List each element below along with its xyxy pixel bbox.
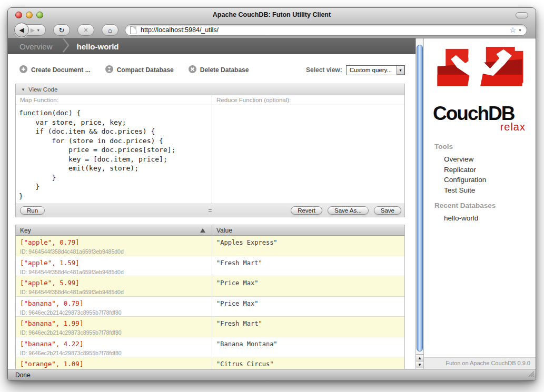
reduce-function-editor[interactable]: [212, 105, 404, 112]
select-dropdown-button[interactable]: ▼: [396, 66, 404, 75]
reduce-function-label: Reduce Function (optional):: [212, 95, 404, 105]
stop-icon: ×: [84, 26, 88, 34]
map-function-editor[interactable]: function(doc) { var store, price, key; i…: [16, 105, 212, 204]
results-table: Key Value ["apple", 0.79] ID: 9464544f35…: [15, 225, 405, 369]
database-toolbar: Create Document ... Compact Database Del…: [19, 63, 405, 77]
scroll-up-button[interactable]: ▲: [416, 354, 423, 361]
row-doc-id: ID: 9646ec2b214c29873c8955b7f78fdf80: [20, 329, 207, 336]
sidebar-nav: Tools Overview Replicator Configuration …: [424, 143, 536, 224]
stop-button[interactable]: ×: [77, 24, 94, 36]
row-key-link[interactable]: ["orange", 1.09]: [20, 360, 207, 368]
vertical-scrollbar[interactable]: ▲ ▼: [416, 38, 424, 369]
logo-wordmark: CouchDB: [433, 104, 527, 123]
zoom-window-button[interactable]: [36, 12, 43, 18]
sidebar: CouchDB relax Tools Overview Replicator …: [424, 38, 536, 369]
splitter-handle[interactable]: =: [208, 207, 212, 214]
home-button[interactable]: ⌂: [102, 24, 118, 36]
table-row: ["banana", 0.79] ID: 9646ec2b214c29873c8…: [16, 297, 404, 317]
row-doc-id: ID: 9646ec2b214c29873c8955b7f78fdf80: [20, 309, 207, 316]
x-circle-icon: [189, 65, 196, 75]
forward-icon: ▶: [31, 27, 35, 34]
row-value: "Apples Express": [212, 236, 404, 256]
delete-database-button[interactable]: Delete Database: [189, 65, 249, 75]
map-function-panel: Map Function: function(doc) { var store,…: [16, 95, 212, 204]
view-select-value: Custom query...: [347, 66, 396, 75]
main-area: Overview hello-world Create Document ...: [8, 38, 416, 369]
row-key-link[interactable]: ["apple", 1.59]: [20, 259, 207, 267]
status-bar: Done: [8, 369, 536, 380]
view-code-toggle[interactable]: ▼ View Code: [16, 84, 404, 95]
bookmark-dropdown-icon[interactable]: ▼: [518, 28, 522, 32]
reload-icon: ↻: [59, 26, 65, 34]
chevron-down-icon: ▼: [399, 68, 402, 72]
row-key-link[interactable]: ["banana", 4.22]: [20, 340, 207, 348]
close-window-button[interactable]: [15, 12, 22, 18]
history-dropdown-icon: ▼: [36, 28, 40, 32]
create-document-button[interactable]: Create Document ...: [19, 65, 91, 75]
table-row: ["apple", 0.79] ID: 9464544f358d4c481a65…: [16, 236, 404, 256]
futon-version-footer: Futon on Apache CouchDB 0.9.0: [424, 357, 536, 369]
scroll-down-button[interactable]: ▼: [416, 361, 423, 368]
sidebar-item-hello-world[interactable]: hello-world: [424, 213, 536, 224]
back-icon: ◀: [19, 26, 24, 34]
table-row: ["orange", 1.09] "Citrus Circus": [16, 357, 404, 369]
recent-databases-section-title: Recent Databases: [434, 202, 536, 209]
row-key-link[interactable]: ["banana", 0.79]: [20, 299, 207, 307]
address-bar[interactable]: http://localhost:5984/_utils/ ☆ ▼: [125, 24, 527, 36]
scrollbar-thumb[interactable]: [417, 45, 423, 351]
sidebar-item-replicator[interactable]: Replicator: [424, 165, 536, 175]
table-row: ["apple", 5.99] ID: 9464544f358d4c481a65…: [16, 276, 404, 297]
reduce-function-panel: Reduce Function (optional):: [212, 95, 404, 204]
view-code-panel: ▼ View Code Map Function: function(doc) …: [15, 84, 405, 217]
back-button[interactable]: ◀: [14, 23, 29, 37]
sidebar-item-test-suite[interactable]: Test Suite: [424, 185, 536, 196]
row-doc-id: ID: 9464544f358d4c481a659f3eb9485d0d: [20, 248, 207, 255]
browser-window: Apache CouchDB: Futon Utility Client ◀ ▶…: [7, 7, 536, 381]
key-column-header[interactable]: Key: [16, 225, 212, 235]
row-key-link[interactable]: ["apple", 0.79]: [20, 238, 207, 246]
row-value: "Banana Montana": [212, 337, 404, 357]
couch-graphic-icon: [433, 46, 527, 100]
create-document-label: Create Document ...: [31, 66, 91, 74]
revert-button[interactable]: Revert: [291, 206, 322, 215]
value-column-header[interactable]: Value: [212, 225, 404, 235]
resize-grip[interactable]: [528, 370, 535, 379]
compact-database-button[interactable]: Compact Database: [105, 65, 174, 75]
sidebar-item-configuration[interactable]: Configuration: [424, 175, 536, 185]
toolbar-toggle-pill[interactable]: [516, 12, 528, 18]
compact-circle-icon: [105, 65, 113, 75]
table-row: ["banana", 4.22] ID: 9646ec2b214c29873c8…: [16, 337, 404, 358]
row-value: "Fresh Mart": [212, 256, 404, 276]
browser-toolbar: ◀ ▶ ▼ ↻ × ⌂ http://localhost:5984/_utils…: [14, 22, 527, 38]
row-value: "Citrus Circus": [212, 357, 404, 369]
select-view-label: Select view:: [306, 66, 342, 74]
view-code-footer: Run = Revert Save As... Save: [16, 204, 404, 217]
save-button[interactable]: Save: [374, 206, 401, 215]
couchdb-logo: CouchDB relax: [433, 46, 527, 133]
row-key-link[interactable]: ["apple", 5.99]: [20, 279, 207, 287]
row-value: "Fresh Mart": [212, 317, 404, 337]
row-key-link[interactable]: ["banana", 1.99]: [20, 319, 207, 327]
map-function-label: Map Function:: [16, 95, 212, 105]
reload-button[interactable]: ↻: [53, 24, 70, 36]
arrow-down-icon: ▼: [418, 363, 422, 367]
url-field[interactable]: http://localhost:5984/_utils/: [141, 26, 510, 34]
sidebar-item-overview[interactable]: Overview: [424, 154, 536, 165]
compact-database-label: Compact Database: [117, 66, 174, 74]
delete-database-label: Delete Database: [200, 66, 249, 74]
row-value: "Price Max": [212, 297, 404, 317]
window-controls: [15, 12, 43, 18]
run-button[interactable]: Run: [20, 206, 45, 215]
minimize-window-button[interactable]: [26, 12, 33, 18]
bookmark-star-icon[interactable]: ☆: [510, 26, 517, 34]
titlebar[interactable]: Apache CouchDB: Futon Utility Client: [8, 8, 536, 22]
sort-ascending-icon: [200, 228, 205, 233]
table-row: ["banana", 1.99] ID: 9646ec2b214c29873c8…: [16, 317, 404, 337]
breadcrumb: Overview hello-world: [8, 38, 416, 54]
disclosure-triangle-icon: ▼: [21, 87, 25, 92]
view-select[interactable]: Custom query... ▼: [346, 65, 405, 75]
breadcrumb-chevron-icon: [62, 38, 70, 55]
page-icon: [130, 26, 136, 34]
breadcrumb-overview-link[interactable]: Overview: [19, 42, 53, 51]
save-as-button[interactable]: Save As...: [328, 206, 369, 215]
